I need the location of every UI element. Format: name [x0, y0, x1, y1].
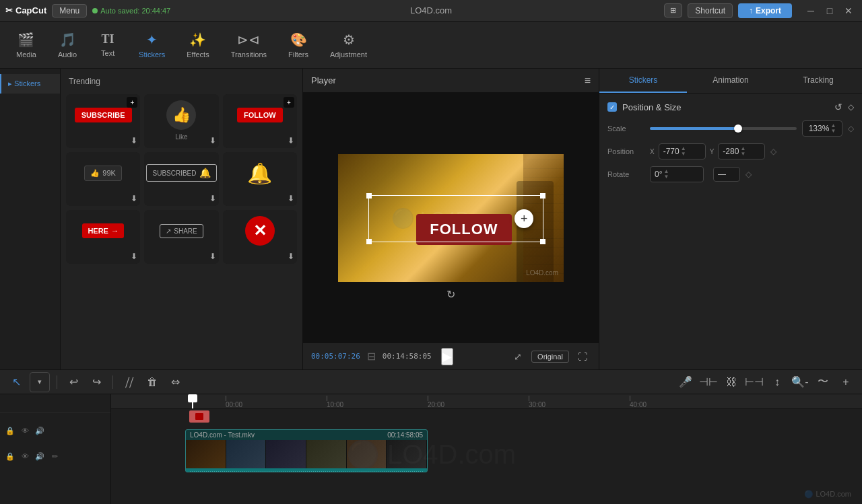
bell-image: 🔔: [236, 156, 284, 190]
mirror-button[interactable]: ⇔: [166, 373, 185, 392]
fullscreen-button[interactable]: ⛶: [574, 349, 591, 365]
export-button[interactable]: ↑ Export: [738, 3, 792, 18]
track-lock-button[interactable]: 🔒: [4, 425, 16, 437]
position-size-checkbox[interactable]: ✓: [607, 102, 617, 112]
maximize-button[interactable]: □: [822, 3, 838, 19]
subscribe-add-button[interactable]: +: [127, 97, 137, 108]
subscribed-download-button[interactable]: ⬇: [209, 194, 216, 203]
subscribe-download-button[interactable]: ⬇: [131, 136, 137, 145]
toolbar-item-media[interactable]: 🎬 Media: [7, 28, 46, 63]
toolbar-item-text[interactable]: TI Text: [89, 28, 127, 61]
y-down-spinner[interactable]: ▼: [740, 151, 745, 157]
y-input[interactable]: -280 ▲ ▼: [718, 143, 765, 159]
video-thumb-2: [226, 440, 267, 468]
rotate-handle[interactable]: ↻: [446, 288, 455, 301]
fit-screen-button[interactable]: ⤢: [510, 349, 526, 365]
undo-button[interactable]: ↩: [64, 373, 83, 392]
zoom-out-button[interactable]: 🔍-: [791, 373, 809, 392]
rotate-down-spinner[interactable]: ▼: [663, 174, 669, 180]
waveform-button[interactable]: 〜: [814, 373, 832, 392]
original-badge[interactable]: Original: [531, 351, 569, 363]
follow-add-button[interactable]: +: [284, 97, 294, 108]
scale-keyframe[interactable]: ◇: [848, 124, 854, 133]
toolbar-item-audio[interactable]: 🎵 Audio: [48, 28, 86, 63]
toolbar-item-filters[interactable]: 🎨 Filters: [279, 28, 318, 63]
track-audio-button[interactable]: 🔊: [34, 425, 46, 437]
sticker-follow[interactable]: FOLLOW + ⬇: [223, 94, 297, 148]
select-tool[interactable]: ↖: [7, 373, 26, 392]
audio-track-mute[interactable]: 🔊: [34, 450, 46, 462]
tab-stickers[interactable]: Stickers: [599, 69, 687, 93]
tab-animation[interactable]: Animation: [687, 69, 774, 93]
autosave-indicator: Auto saved: 20:44:47: [92, 7, 170, 15]
sticker-like[interactable]: 👍 ⬇ Like: [144, 94, 218, 148]
audio-track-visibility[interactable]: 👁: [19, 450, 31, 462]
redo-button[interactable]: ↪: [87, 373, 106, 392]
rotate-mirror-input[interactable]: —: [713, 167, 740, 182]
keyframe-diamond[interactable]: ◇: [848, 102, 854, 112]
player-controls-right: ⤢ Original ⛶: [510, 349, 591, 365]
rotate-keyframe[interactable]: ◇: [745, 170, 752, 179]
99k-download-button[interactable]: ⬇: [131, 194, 137, 203]
toolbar-item-adjustment[interactable]: ⚙ Adjustment: [321, 28, 376, 63]
sticker-share[interactable]: ↗ SHARE ⬇: [144, 210, 218, 264]
snap-button[interactable]: ⊣⊢: [699, 373, 718, 392]
minimize-button[interactable]: ─: [803, 3, 819, 19]
grid-view-button[interactable]: ⊞: [664, 3, 682, 17]
scale-thumb[interactable]: [734, 124, 742, 133]
x-input[interactable]: -770 ▲ ▼: [659, 143, 706, 159]
shortcut-button[interactable]: Shortcut: [688, 3, 733, 18]
magnet-button[interactable]: ⊢⊣: [745, 373, 764, 392]
audio-track-edit[interactable]: ✏: [48, 450, 61, 462]
bell-download-button[interactable]: ⬇: [288, 194, 294, 203]
toolbar-item-transitions[interactable]: ⊳⊲ Transitions: [222, 28, 276, 63]
scale-fill: [650, 127, 738, 130]
scale-down-spinner[interactable]: ▼: [830, 129, 836, 134]
sticker-99k[interactable]: 👍 99K ⬇: [66, 152, 140, 206]
rotate-input[interactable]: 0° ▲ ▼: [650, 166, 704, 182]
plus-handle[interactable]: +: [515, 209, 533, 228]
share-download-button[interactable]: ⬇: [209, 252, 216, 261]
like-download-button[interactable]: ⬇: [209, 136, 216, 145]
close-button[interactable]: ✕: [840, 3, 857, 19]
sticker-clip[interactable]: [189, 410, 209, 423]
sticker-bell[interactable]: 🔔 ⬇: [223, 152, 297, 206]
playhead-handle[interactable]: [188, 394, 197, 402]
video-clip[interactable]: LO4D.com - Test.mkv 00:14:58:05: [185, 429, 428, 472]
audio-track-lock[interactable]: 🔒: [4, 450, 16, 462]
scale-value[interactable]: 133% ▲ ▼: [802, 120, 842, 137]
sticker-here[interactable]: HERE → ⬇: [66, 210, 140, 264]
reset-button[interactable]: ↺: [834, 102, 842, 112]
position-keyframe[interactable]: ◇: [770, 147, 776, 156]
ruler-mark-3: 30:00: [529, 396, 596, 408]
toolbar-item-stickers[interactable]: ✦ Stickers: [129, 28, 174, 63]
mic-button[interactable]: 🎤: [676, 373, 695, 392]
follow-sticker-container[interactable]: FOLLOW +: [372, 199, 520, 239]
right-content: ✓ Position & Size ↺ ◇ Scale 133% ▲: [599, 94, 862, 369]
subscribe-sticker-visual: SUBSCRIBE: [75, 108, 132, 122]
player-menu-icon[interactable]: ≡: [585, 75, 591, 87]
x-download-button[interactable]: ⬇: [288, 252, 294, 261]
toolbar-item-effects[interactable]: ✨ Effects: [177, 28, 218, 63]
main-toolbar: 🎬 Media 🎵 Audio TI Text ✦ Stickers ✨ Eff…: [0, 22, 862, 69]
sticker-x[interactable]: ✕ ⬇: [223, 210, 297, 264]
track-visibility-button[interactable]: 👁: [19, 425, 31, 437]
tab-tracking[interactable]: Tracking: [774, 69, 862, 93]
link-button[interactable]: ⛓: [722, 373, 741, 392]
menu-button[interactable]: Menu: [52, 4, 87, 17]
zoom-in-button[interactable]: +: [836, 373, 855, 392]
follow-download-button[interactable]: ⬇: [288, 136, 294, 145]
split-button[interactable]: ⧸⧸: [120, 373, 139, 392]
x-down-spinner[interactable]: ▼: [681, 151, 686, 157]
split-audio-button[interactable]: ↕: [768, 373, 787, 392]
play-button[interactable]: ▶: [441, 348, 453, 365]
playhead[interactable]: [192, 394, 193, 408]
here-download-button[interactable]: ⬇: [131, 252, 137, 261]
like-circle-visual: 👍: [166, 100, 196, 130]
sticker-subscribed[interactable]: SUBSCRIBED 🔔 ⬇: [144, 152, 218, 206]
scale-slider[interactable]: [650, 127, 797, 130]
delete-button[interactable]: 🗑: [143, 373, 162, 392]
select-dropdown[interactable]: ▾: [30, 373, 49, 392]
sticker-subscribe[interactable]: SUBSCRIBE + ⬇: [66, 94, 140, 148]
sidebar-item-stickers[interactable]: ▸ Stickers: [0, 74, 60, 94]
